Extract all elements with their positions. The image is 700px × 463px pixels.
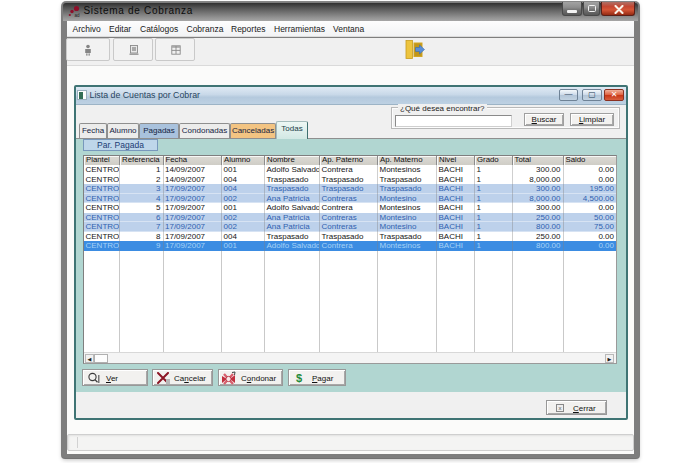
svg-text:ad: ad — [75, 13, 81, 18]
